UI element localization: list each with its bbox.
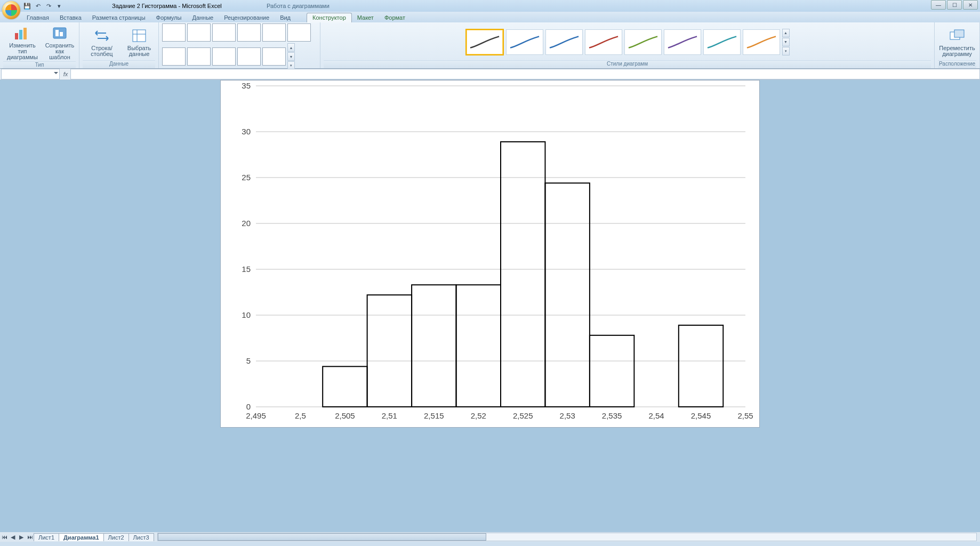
sheet-tab-diagram1[interactable]: Диаграмма1 [59,533,104,541]
layout-thumb-4[interactable] [237,23,261,42]
close-button[interactable]: ✕ [963,0,978,10]
chart-style-1[interactable] [465,29,504,55]
svg-text:2,53: 2,53 [560,411,575,420]
undo-icon[interactable]: ↶ [33,1,43,11]
horizontal-scrollbar[interactable] [157,533,977,541]
svg-rect-44 [545,183,589,407]
svg-rect-40 [367,295,412,407]
status-bar [0,542,980,546]
svg-text:20: 20 [242,219,251,228]
chart-style-4[interactable] [585,29,622,55]
layout-thumb-5[interactable] [262,23,286,42]
svg-text:35: 35 [242,81,251,90]
svg-text:2,495: 2,495 [246,411,266,420]
sheet-tab-list3[interactable]: Лист3 [128,533,154,541]
tab-format[interactable]: Формат [379,13,411,22]
office-button[interactable] [2,1,20,19]
group-type: Изменить тип диаграммы Сохранить как шаб… [0,22,79,68]
layouts-scroll[interactable]: ▲▼▾ [287,43,295,70]
chart-style-5[interactable] [624,29,662,55]
minimize-button[interactable]: — [931,0,946,10]
styles-scroll[interactable]: ▲▼▾ [782,29,790,55]
window-title: Задание 2 Гистограмма - Microsoft Excel [112,3,222,9]
save-template-button[interactable]: Сохранить как шаблон [44,23,76,61]
tab-review[interactable]: Рецензирование [219,13,275,22]
tab-formulas[interactable]: Формулы [151,13,187,22]
fx-icon[interactable]: fx [61,71,70,77]
ribbon: Изменить тип диаграммы Сохранить как шаб… [0,22,980,69]
svg-rect-46 [679,325,723,407]
change-chart-type-button[interactable]: Изменить тип диаграммы [3,23,42,61]
sheet-nav-last-icon[interactable]: ⏭ [26,533,34,541]
svg-text:2,54: 2,54 [648,411,664,420]
switch-row-col-button[interactable]: Строка/столбец [83,26,121,58]
save-template-label: Сохранить как шаблон [45,43,75,60]
svg-rect-41 [412,285,456,407]
group-styles: ▲▼▾ Стили диаграмм [320,22,935,68]
svg-text:2,535: 2,535 [602,411,622,420]
chart-object[interactable]: 051015202530352,4952,52,5052,512,5152,52… [220,80,760,428]
group-layouts: ▲▼▾ Макеты диаграмм [159,22,320,68]
quick-access-toolbar: 💾 ↶ ↷ ▾ [22,0,64,12]
layout-thumb-1[interactable] [162,23,186,42]
tab-insert[interactable]: Вставка [54,13,87,22]
chart-style-2[interactable] [506,29,543,55]
group-location-label: Расположение [938,60,976,68]
worksheet-area: 051015202530352,4952,52,5052,512,5152,52… [0,80,980,532]
svg-text:5: 5 [246,356,251,365]
layout-thumb-11[interactable] [262,47,286,66]
svg-rect-4 [55,30,59,36]
maximize-button[interactable]: ☐ [947,0,962,10]
change-chart-type-label: Изменить тип диаграммы [4,43,41,60]
window-controls: — ☐ ✕ [930,0,978,10]
switch-icon [93,27,110,44]
tab-data[interactable]: Данные [187,13,219,22]
chart-style-6[interactable] [664,29,701,55]
svg-text:15: 15 [242,264,251,274]
qat-more-icon[interactable]: ▾ [54,1,64,11]
svg-text:2,545: 2,545 [691,411,711,420]
tab-design[interactable]: Конструктор [307,13,352,22]
group-data: Строка/столбец Выбрать данные Данные [79,22,159,68]
sheet-nav-prev-icon[interactable]: ◀ [9,533,17,541]
svg-text:0: 0 [246,402,251,411]
svg-rect-0 [15,33,18,39]
tab-view[interactable]: Вид [275,13,296,22]
svg-text:2,55: 2,55 [737,411,753,420]
save-icon[interactable]: 💾 [22,1,32,11]
layout-thumb-6[interactable] [287,23,311,42]
svg-text:30: 30 [242,127,251,136]
sheet-tab-list2[interactable]: Лист2 [103,533,129,541]
sheet-nav-next-icon[interactable]: ▶ [17,533,26,541]
formula-input[interactable] [70,69,980,79]
group-styles-label: Стили диаграмм [324,60,931,68]
svg-text:2,515: 2,515 [424,411,444,420]
move-chart-button[interactable]: Переместить диаграмму [938,26,976,58]
layout-thumb-10[interactable] [237,47,261,66]
sheet-tab-list1[interactable]: Лист1 [34,533,59,541]
chart-style-3[interactable] [545,29,583,55]
sheet-nav-first-icon[interactable]: ⏮ [0,533,9,541]
redo-icon[interactable]: ↷ [44,1,53,11]
tab-page-layout[interactable]: Разметка страницы [87,13,151,22]
select-data-button[interactable]: Выбрать данные [123,26,155,58]
layout-thumb-3[interactable] [212,23,236,42]
svg-text:2,505: 2,505 [335,411,355,420]
save-template-icon [51,25,68,42]
ribbon-tabs: Главная Вставка Разметка страницы Формул… [0,12,980,22]
move-chart-label: Переместить диаграмму [939,45,975,57]
layout-thumb-2[interactable] [187,23,211,42]
svg-rect-45 [590,335,634,407]
chart-type-icon [14,25,31,42]
layout-thumb-8[interactable] [187,47,211,66]
name-box[interactable] [1,69,60,79]
tab-layout[interactable]: Макет [352,13,379,22]
svg-text:10: 10 [242,310,251,319]
chart-style-7[interactable] [703,29,741,55]
chart-plot: 051015202530352,4952,52,5052,512,5152,52… [221,81,759,427]
layout-thumb-7[interactable] [162,47,186,66]
svg-text:2,5: 2,5 [295,411,306,420]
chart-style-8[interactable] [743,29,780,55]
tab-home[interactable]: Главная [21,13,54,22]
layout-thumb-9[interactable] [212,47,236,66]
